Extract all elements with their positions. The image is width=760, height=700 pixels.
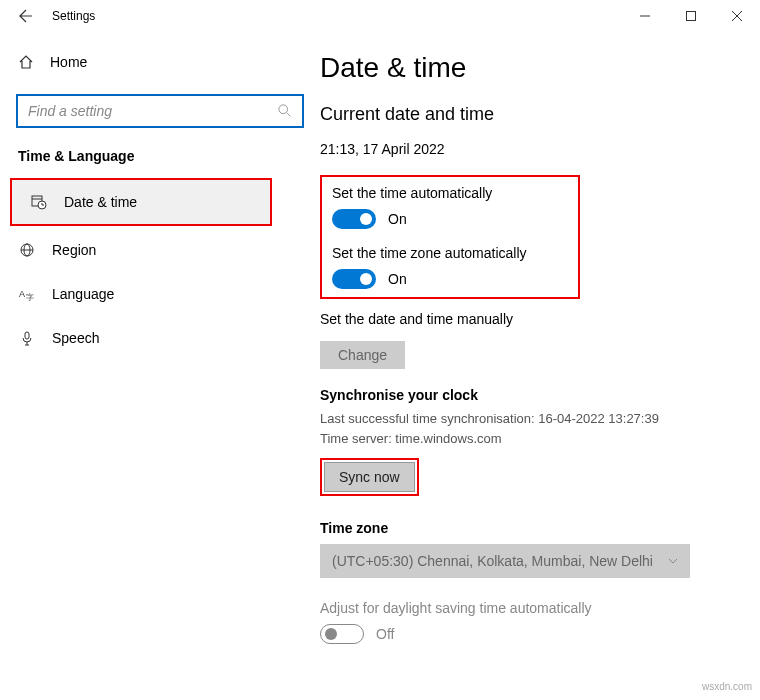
sidebar: Home Time & Language Date & time Region … <box>0 32 320 700</box>
auto-tz-toggle[interactable] <box>332 269 376 289</box>
nav-label: Region <box>52 242 96 258</box>
sync-section: Synchronise your clock Last successful t… <box>320 387 730 496</box>
manual-label: Set the date and time manually <box>320 311 730 327</box>
svg-point-4 <box>279 105 288 114</box>
auto-time-toggle[interactable] <box>332 209 376 229</box>
chevron-down-icon <box>668 558 678 564</box>
highlight-box-nav: Date & time <box>10 178 272 226</box>
section-heading: Time & Language <box>0 148 320 176</box>
current-datetime: 21:13, 17 April 2022 <box>320 141 730 157</box>
tz-value: (UTC+05:30) Chennai, Kolkata, Mumbai, Ne… <box>332 553 653 569</box>
subheading: Current date and time <box>320 104 730 125</box>
arrow-left-icon <box>18 8 34 24</box>
nav-label: Language <box>52 286 114 302</box>
nav-label: Date & time <box>64 194 137 210</box>
globe-icon <box>18 242 36 258</box>
language-icon: A字 <box>18 286 36 302</box>
minimize-icon <box>640 11 650 21</box>
nav-item-speech[interactable]: Speech <box>0 316 320 360</box>
window-title: Settings <box>52 9 95 23</box>
dst-label: Adjust for daylight saving time automati… <box>320 600 730 616</box>
highlight-box-sync: Sync now <box>320 458 419 496</box>
microphone-icon <box>18 330 36 346</box>
timezone-select: (UTC+05:30) Chennai, Kolkata, Mumbai, Ne… <box>320 544 690 578</box>
dst-toggle <box>320 624 364 644</box>
change-button: Change <box>320 341 405 369</box>
close-button[interactable] <box>714 0 760 32</box>
search-icon <box>278 104 292 118</box>
auto-tz-label: Set the time zone automatically <box>332 245 568 261</box>
svg-line-5 <box>287 113 291 117</box>
sync-last: Last successful time synchronisation: 16… <box>320 409 730 429</box>
home-icon <box>18 54 34 70</box>
home-nav[interactable]: Home <box>0 42 320 82</box>
auto-time-label: Set the time automatically <box>332 185 568 201</box>
nav-item-language[interactable]: A字 Language <box>0 272 320 316</box>
maximize-icon <box>686 11 696 21</box>
tz-heading: Time zone <box>320 520 730 536</box>
toggle-state: On <box>388 271 407 287</box>
maximize-button[interactable] <box>668 0 714 32</box>
window-controls <box>622 0 760 32</box>
svg-rect-16 <box>25 332 29 339</box>
page-title: Date & time <box>320 52 730 84</box>
svg-text:字: 字 <box>26 293 34 302</box>
nav-item-region[interactable]: Region <box>0 228 320 272</box>
highlight-box-auto: Set the time automatically On Set the ti… <box>320 175 580 299</box>
sync-now-button[interactable]: Sync now <box>324 462 415 492</box>
sync-server: Time server: time.windows.com <box>320 429 730 449</box>
sync-heading: Synchronise your clock <box>320 387 730 403</box>
search-input[interactable] <box>28 103 278 119</box>
nav-label: Speech <box>52 330 99 346</box>
toggle-state: On <box>388 211 407 227</box>
back-button[interactable] <box>8 0 44 32</box>
sync-info: Last successful time synchronisation: 16… <box>320 409 730 448</box>
close-icon <box>732 11 742 21</box>
watermark: wsxdn.com <box>702 681 752 692</box>
content: Date & time Current date and time 21:13,… <box>320 32 760 700</box>
toggle-state: Off <box>376 626 394 642</box>
svg-text:A: A <box>19 289 25 299</box>
svg-rect-1 <box>687 12 696 21</box>
calendar-clock-icon <box>30 194 48 210</box>
nav-item-date-time[interactable]: Date & time <box>12 180 270 224</box>
home-label: Home <box>50 54 87 70</box>
minimize-button[interactable] <box>622 0 668 32</box>
search-box[interactable] <box>16 94 304 128</box>
